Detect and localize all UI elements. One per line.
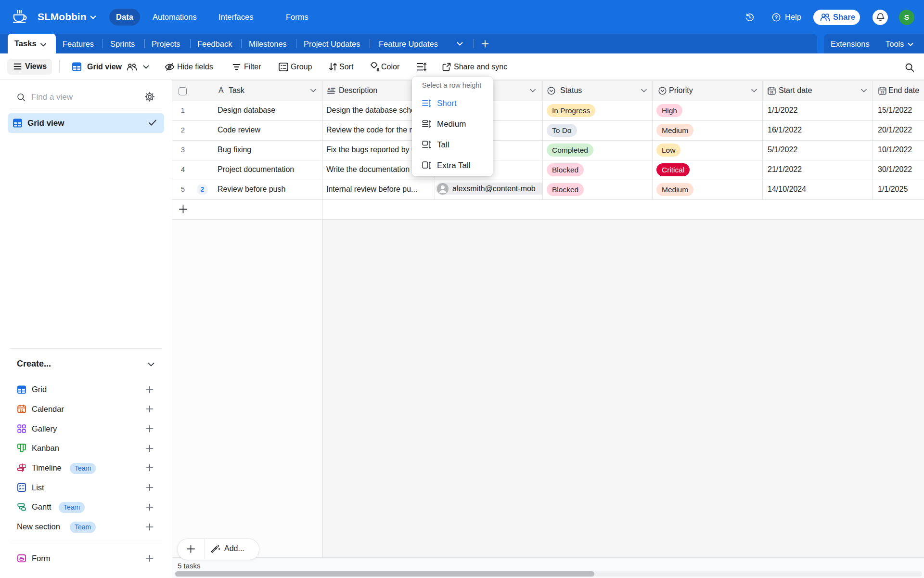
svg-text:?: ?: [775, 14, 778, 20]
svg-text:31: 31: [881, 91, 885, 94]
svg-text:31: 31: [770, 91, 774, 94]
svg-text:31: 31: [20, 408, 24, 413]
svg-text:A: A: [327, 87, 331, 92]
